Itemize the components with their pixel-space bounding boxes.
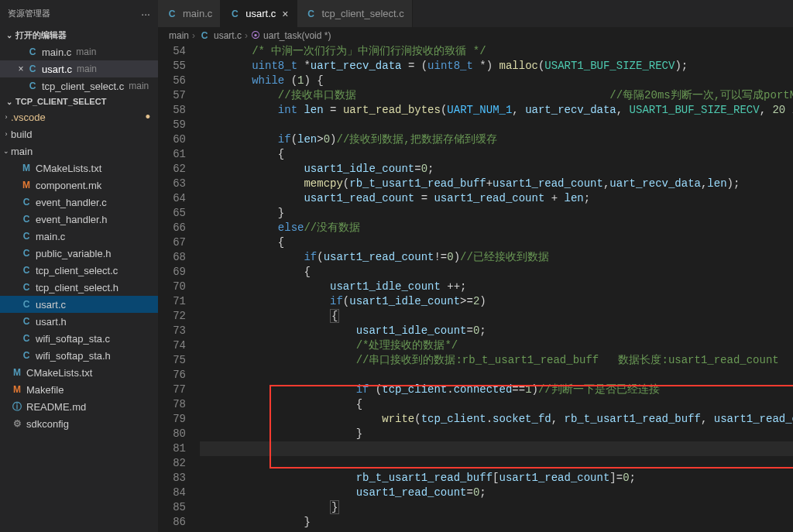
file-item[interactable]: ⓘ README.md bbox=[0, 398, 158, 415]
tab-label: usart.c bbox=[245, 8, 276, 19]
c-file-icon: C bbox=[228, 9, 241, 19]
sidebar: 资源管理器 ··· ⌄ 打开的编辑器 C main.c main× C usar… bbox=[0, 0, 158, 532]
file-icon: C bbox=[20, 197, 33, 208]
file-item[interactable]: C public_variable.h bbox=[0, 245, 158, 262]
file-name: Makefile bbox=[26, 384, 64, 396]
file-name: CMakeLists.txt bbox=[36, 163, 101, 174]
chevron-icon: ⌄ bbox=[2, 147, 11, 155]
file-icon: C bbox=[20, 248, 33, 259]
file-name: wifi_softap_sta.h bbox=[36, 350, 111, 362]
file-item[interactable]: C tcp_client_select.h bbox=[0, 279, 158, 296]
chevron-right-icon: › bbox=[192, 30, 195, 41]
file-item[interactable]: C tcp_client_select.c bbox=[0, 262, 158, 279]
main-editor-area: C main.c C usart.c ×C tcp_client_select.… bbox=[158, 0, 793, 532]
c-file-icon: C bbox=[166, 9, 178, 19]
file-name: tcp_client_select.c bbox=[42, 81, 124, 92]
folder-item[interactable]: › .vscode • bbox=[0, 108, 158, 125]
file-name: main.c bbox=[42, 46, 71, 58]
file-name: event_handler.c bbox=[36, 197, 107, 208]
open-editors-header[interactable]: ⌄ 打开的编辑器 bbox=[0, 27, 158, 43]
file-icon: C bbox=[20, 214, 33, 225]
file-name: event_handler.h bbox=[36, 214, 108, 225]
folder-name: .vscode bbox=[11, 112, 46, 123]
c-file-icon: C bbox=[26, 46, 39, 57]
file-icon: ⚙ bbox=[11, 418, 23, 429]
file-name: README.md bbox=[26, 401, 86, 413]
file-icon: M bbox=[11, 384, 23, 395]
open-editor-item[interactable]: C tcp_client_select.c main bbox=[0, 77, 158, 94]
project-header[interactable]: ⌄ TCP_CLIENT_SELECT bbox=[0, 94, 158, 108]
file-item[interactable]: C wifi_softap_sta.c bbox=[0, 330, 158, 347]
file-name: CMakeLists.txt bbox=[26, 367, 92, 379]
folder-item[interactable]: ⌄ main bbox=[0, 142, 158, 160]
file-item[interactable]: C event_handler.h bbox=[0, 211, 158, 228]
chevron-right-icon: › bbox=[245, 30, 248, 41]
file-name: usart.h bbox=[36, 316, 67, 328]
file-item[interactable]: ⚙ sdkconfig bbox=[0, 415, 158, 432]
tab-bar: C main.c C usart.c ×C tcp_client_select.… bbox=[158, 0, 793, 27]
c-file-icon: C bbox=[26, 63, 39, 74]
code-content[interactable]: /* 中涧一次们行为」中涧们行涧按收的致循 */ uint8_t *uart_r… bbox=[200, 44, 793, 532]
file-name: component.mk bbox=[36, 180, 101, 191]
file-icon: C bbox=[20, 265, 33, 276]
open-editors-label: 打开的编辑器 bbox=[15, 29, 67, 41]
line-number-gutter: 5455565758596061626364656667686970717273… bbox=[158, 44, 200, 532]
file-name: tcp_client_select.c bbox=[36, 265, 118, 276]
file-icon: M bbox=[20, 163, 33, 173]
file-item[interactable]: C usart.c bbox=[0, 296, 158, 313]
more-icon[interactable]: ··· bbox=[141, 8, 150, 20]
close-icon[interactable]: × bbox=[282, 8, 288, 20]
file-item[interactable]: M component.mk bbox=[0, 177, 158, 194]
file-icon: C bbox=[20, 282, 33, 293]
file-path: main bbox=[77, 63, 97, 74]
folder-name: main bbox=[11, 146, 33, 157]
file-name: main.c bbox=[36, 231, 65, 242]
folder-name: build bbox=[11, 129, 32, 140]
editor-tab[interactable]: C usart.c × bbox=[221, 0, 297, 27]
breadcrumb-segment[interactable]: uart_task(void *) bbox=[263, 30, 331, 41]
chevron-icon: › bbox=[2, 113, 11, 121]
file-item[interactable]: C wifi_softap_sta.h bbox=[0, 347, 158, 364]
file-icon: ⓘ bbox=[11, 400, 23, 414]
breadcrumb-segment[interactable]: main bbox=[169, 30, 189, 41]
tab-label: main.c bbox=[183, 8, 212, 19]
file-icon: C bbox=[20, 316, 33, 327]
c-file-icon: C bbox=[26, 81, 39, 91]
file-item[interactable]: M CMakeLists.txt bbox=[0, 160, 158, 177]
file-path: main bbox=[129, 81, 149, 91]
project-name: TCP_CLIENT_SELECT bbox=[15, 97, 106, 106]
file-icon: C bbox=[20, 333, 33, 344]
sidebar-header: 资源管理器 ··· bbox=[0, 0, 158, 27]
close-icon[interactable]: × bbox=[15, 63, 26, 74]
file-name: tcp_client_select.h bbox=[36, 282, 118, 293]
function-icon: ⦿ bbox=[251, 30, 260, 41]
file-icon: C bbox=[20, 231, 33, 242]
open-editor-item[interactable]: × C usart.c main bbox=[0, 60, 158, 77]
chevron-icon: › bbox=[2, 130, 11, 138]
file-name: public_variable.h bbox=[36, 248, 112, 259]
file-item[interactable]: C event_handler.c bbox=[0, 194, 158, 211]
breadcrumb[interactable]: main › C usart.c › ⦿ uart_task(void *) bbox=[158, 27, 793, 44]
sidebar-title: 资源管理器 bbox=[8, 8, 50, 19]
c-file-icon: C bbox=[198, 30, 211, 41]
code-editor[interactable]: 5455565758596061626364656667686970717273… bbox=[158, 44, 793, 532]
breadcrumb-segment[interactable]: usart.c bbox=[214, 30, 242, 41]
file-item[interactable]: M CMakeLists.txt bbox=[0, 364, 158, 381]
c-file-icon: C bbox=[305, 9, 318, 19]
open-editor-item[interactable]: C main.c main bbox=[0, 43, 158, 60]
folder-tree: › .vscode •› build ⌄ main M CMakeLists.t… bbox=[0, 108, 158, 432]
file-item[interactable]: C main.c bbox=[0, 228, 158, 245]
folder-item[interactable]: › build bbox=[0, 125, 158, 142]
file-item[interactable]: M Makefile bbox=[0, 381, 158, 398]
modified-dot-icon: • bbox=[146, 114, 150, 120]
file-icon: M bbox=[11, 367, 23, 378]
file-item[interactable]: C usart.h bbox=[0, 313, 158, 330]
chevron-down-icon: ⌄ bbox=[6, 31, 15, 39]
file-icon: C bbox=[20, 350, 33, 361]
file-path: main bbox=[76, 46, 96, 57]
file-name: sdkconfig bbox=[26, 418, 69, 430]
editor-tab[interactable]: C main.c bbox=[158, 0, 221, 27]
file-icon: C bbox=[20, 299, 33, 310]
file-name: usart.c bbox=[42, 63, 72, 75]
editor-tab[interactable]: C tcp_client_select.c bbox=[297, 0, 413, 27]
